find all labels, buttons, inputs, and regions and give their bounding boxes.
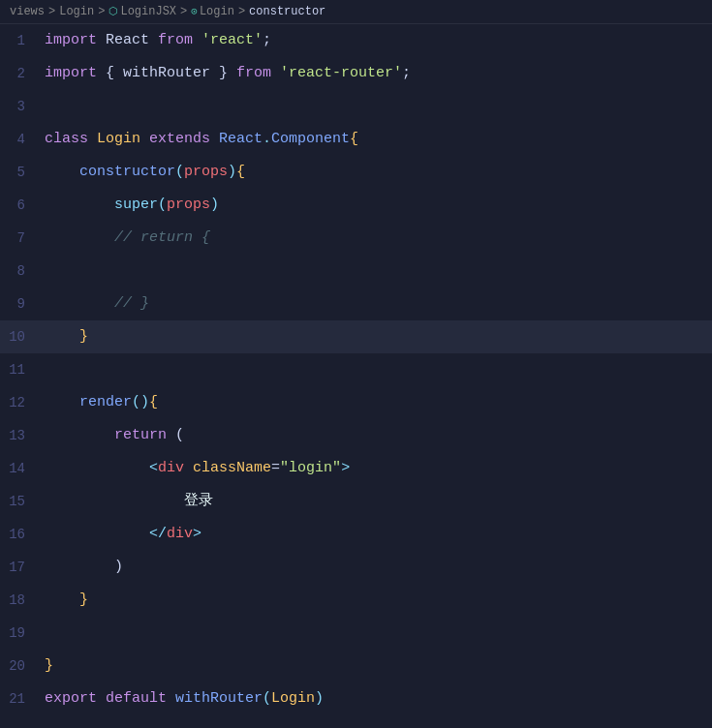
line-content: } (41, 320, 712, 353)
line-content: render(){ (41, 386, 712, 419)
line-number: 1 (0, 24, 41, 57)
token-plain: ( (167, 427, 184, 443)
token-brace: { (149, 394, 158, 410)
token-kw-export: export (45, 690, 97, 707)
code-line: 1import React from 'react'; (0, 24, 712, 57)
token-identifier: withRouter (167, 690, 263, 707)
line-content: constructor(props){ (41, 156, 712, 189)
line-number: 19 (0, 617, 41, 650)
token-paren: ( (158, 197, 167, 213)
code-line: 6 super(props) (0, 189, 712, 222)
breadcrumb-sep1: > (48, 2, 55, 21)
code-container: 1import React from 'react';2import { wit… (0, 24, 712, 728)
line-number: 8 (0, 255, 41, 288)
code-line: 2import { withRouter } from 'react-route… (0, 57, 712, 90)
code-line: 18 } (0, 584, 712, 617)
token-brace: } (45, 657, 53, 674)
breadcrumb-sep4: > (238, 2, 245, 21)
token-jsx-text: 登录 (45, 493, 213, 509)
token-identifier: React (210, 131, 263, 147)
line-content: 登录 (41, 485, 712, 518)
token-method: constructor (45, 164, 175, 180)
token-prop-name: props (167, 197, 210, 213)
line-content: // } (41, 288, 712, 320)
code-line: 14 <div className="login"> (0, 452, 712, 485)
code-line: 5 constructor(props){ (0, 156, 712, 189)
code-line: 12 render(){ (0, 386, 712, 419)
code-line: 3 (0, 90, 712, 123)
line-content: // return { (41, 222, 712, 255)
token-plain (193, 32, 201, 48)
token-dot: . (263, 131, 271, 147)
line-number: 21 (0, 682, 41, 715)
line-content: class Login extends React.Component{ (41, 123, 712, 156)
token-component: Login (88, 131, 149, 147)
line-number: 5 (0, 156, 41, 189)
token-plain: ; (263, 32, 271, 48)
code-line: 7 // return { (0, 222, 712, 255)
token-kw-import: import (45, 32, 97, 48)
token-plain (184, 460, 193, 476)
line-number: 12 (0, 386, 41, 419)
breadcrumb-bar: views > Login > ⬡ LoginJSX > ⊙ Login > c… (0, 0, 712, 24)
token-paren: ( (132, 394, 140, 410)
token-plain (45, 592, 79, 608)
line-number: 4 (0, 123, 41, 156)
token-attr-name: className (193, 460, 271, 476)
token-plain: React (97, 32, 158, 48)
token-comment: // } (45, 295, 149, 312)
breadcrumb-login[interactable]: Login (59, 2, 94, 21)
breadcrumb-constructor[interactable]: constructor (249, 2, 325, 21)
code-line: 11 (0, 353, 712, 386)
token-brace: } (79, 328, 88, 345)
token-string: 'react-router' (280, 65, 402, 81)
code-line: 21export default withRouter(Login) (0, 682, 712, 715)
token-plain: ; (402, 65, 411, 81)
code-line: 8 (0, 255, 712, 288)
token-tag: div (158, 460, 184, 476)
token-string: 'react' (201, 32, 263, 48)
code-line: 13 return ( (0, 419, 712, 452)
token-kw-super: super (45, 197, 158, 213)
line-content (41, 90, 712, 123)
token-kw-extends: extends (149, 131, 210, 147)
token-plain: = (271, 460, 280, 476)
code-line: 16 </div> (0, 518, 712, 551)
token-kw-import: import (45, 65, 97, 81)
breadcrumb-sep3: > (180, 2, 187, 21)
token-brace: } (79, 592, 88, 608)
token-paren: ( (263, 690, 271, 707)
token-paren: ) (210, 197, 219, 213)
token-paren: ) (228, 164, 236, 180)
token-plain (97, 690, 106, 707)
line-content (41, 617, 712, 650)
code-line: 9 // } (0, 288, 712, 320)
breadcrumb-sep2: > (98, 2, 105, 21)
token-kw-class: class (45, 131, 88, 147)
breadcrumb-login2[interactable]: ⊙ Login (191, 2, 234, 21)
token-paren: ) (140, 394, 149, 410)
line-number: 18 (0, 584, 41, 617)
token-kw-from: from (236, 65, 271, 81)
token-brace: { (350, 131, 358, 147)
line-number: 2 (0, 57, 41, 90)
token-plain (45, 460, 149, 476)
line-content: ) (41, 551, 712, 584)
token-angle: > (341, 460, 350, 476)
line-content (41, 353, 712, 386)
token-attr-value: "login" (280, 460, 341, 476)
breadcrumb-loginjsx[interactable]: ⬡ LoginJSX (108, 2, 176, 21)
code-line: 19 (0, 617, 712, 650)
token-kw-default: default (106, 690, 167, 707)
token-brace: { (236, 164, 245, 180)
token-plain: { withRouter } (97, 65, 236, 81)
line-content: } (41, 650, 712, 682)
code-line: 15 登录 (0, 485, 712, 518)
token-plain: ) (45, 559, 123, 575)
jsx-icon: ⬡ (108, 2, 118, 21)
token-angle: > (193, 526, 201, 542)
line-number: 3 (0, 90, 41, 123)
breadcrumb-views[interactable]: views (10, 2, 45, 21)
line-content: import React from 'react'; (41, 24, 712, 57)
line-number: 20 (0, 650, 41, 682)
